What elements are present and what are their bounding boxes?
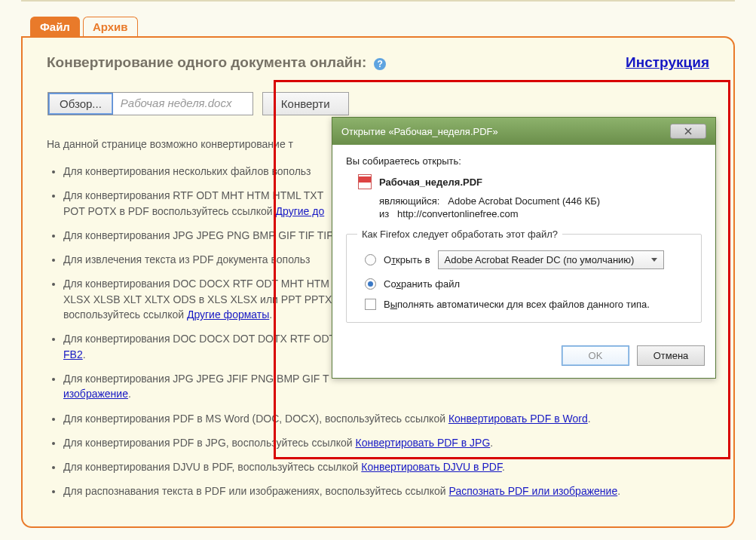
- option-open-row: Открыть в Adobe Acrobat Reader DC (по ум…: [357, 250, 690, 269]
- pdf-icon: [358, 174, 372, 189]
- open-with-select[interactable]: Adobe Acrobat Reader DC (по умолчанию): [438, 250, 664, 269]
- inline-link[interactable]: изображение: [63, 388, 128, 400]
- top-divider: [21, 0, 735, 2]
- inline-link[interactable]: Конвертировать PDF в Word: [448, 413, 588, 425]
- dialog-body: Вы собираетесь открыть: Рабочая_неделя.P…: [332, 145, 715, 341]
- inline-link[interactable]: Другие до: [276, 205, 325, 217]
- dialog-intro: Вы собираетесь открыть:: [346, 155, 702, 167]
- meta-type-label: являющийся:: [379, 195, 439, 207]
- list-item: Для конвертирования PDF в JPG, воспользу…: [63, 435, 709, 450]
- auto-label-rest: полнять автоматически для всех файлов да…: [397, 299, 650, 310]
- auto-label-prefix: В: [384, 299, 390, 310]
- panel-header: Конвертирование одного документа онлайн:…: [47, 54, 709, 71]
- browse-button[interactable]: Обзор...: [48, 93, 113, 115]
- list-item: Для конвертирования DJVU в PDF, воспольз…: [63, 459, 709, 474]
- convert-button[interactable]: Конверти: [262, 92, 349, 115]
- auto-checkbox[interactable]: [365, 299, 376, 310]
- instruction-link[interactable]: Инструкция: [626, 54, 709, 71]
- meta-type-value: Adobe Acrobat Document (446 КБ): [448, 195, 600, 207]
- auto-checkbox-row: Выполнять автоматически для всех файлов …: [357, 299, 690, 310]
- page-title: Конвертирование одного документа онлайн:: [47, 54, 366, 70]
- save-label-rest: ранить файл: [401, 278, 460, 290]
- download-dialog: Открытие «Рабочая_неделя.PDF» Вы собирае…: [332, 117, 716, 379]
- auto-checkbox-label: Выполнять автоматически для всех файлов …: [384, 299, 650, 310]
- meta-from: из http://convertonlinefree.com: [379, 208, 702, 219]
- dialog-buttons: OK Отмена: [332, 341, 715, 378]
- tab-file[interactable]: Файл: [30, 17, 80, 36]
- radio-open[interactable]: [365, 254, 376, 265]
- radio-save-label: Сохранить файл: [384, 278, 460, 290]
- list-item: Для конвертирования PDF в MS Word (DOC, …: [63, 411, 709, 426]
- open-with-value: Adobe Acrobat Reader DC (по умолчанию): [445, 254, 635, 265]
- inline-link[interactable]: Распознать PDF или изображение: [449, 485, 618, 497]
- dialog-title: Открытие «Рабочая_неделя.PDF»: [341, 126, 498, 137]
- handle-legend: Как Firefox следует обработать этот файл…: [357, 229, 562, 240]
- help-icon[interactable]: ?: [374, 58, 386, 70]
- file-name-display: Рабочая неделя.docx: [113, 93, 253, 115]
- upload-row: Обзор... Рабочая неделя.docx Конверти: [47, 92, 709, 115]
- close-icon: [684, 127, 693, 135]
- title-wrap: Конвертирование одного документа онлайн:…: [47, 54, 386, 71]
- dialog-meta: являющийся: Adobe Acrobat Document (446 …: [346, 195, 702, 219]
- cancel-button[interactable]: Отмена: [637, 345, 705, 366]
- meta-from-label: из: [379, 208, 389, 219]
- inline-link[interactable]: Конвертировать DJVU в PDF: [361, 461, 502, 473]
- tab-archive[interactable]: Архив: [83, 17, 138, 36]
- tab-bar: Файл Архив: [0, 6, 756, 36]
- radio-save[interactable]: [365, 278, 376, 290]
- list-item: Для распознавания текста в PDF или изобр…: [63, 483, 709, 499]
- open-label-rest: крыть в: [396, 254, 430, 265]
- chevron-down-icon: [651, 258, 657, 262]
- file-picker: Обзор... Рабочая неделя.docx: [47, 92, 253, 115]
- inline-link[interactable]: FB2: [63, 348, 83, 361]
- dialog-file-name: Рабочая_неделя.PDF: [379, 176, 482, 188]
- auto-label-u: ы: [390, 299, 397, 310]
- inline-link[interactable]: Конвертировать PDF в JPG: [356, 437, 491, 449]
- handle-fieldset: Как Firefox следует обработать этот файл…: [346, 229, 702, 323]
- inline-link[interactable]: Другие форматы: [187, 308, 269, 321]
- dialog-titlebar[interactable]: Открытие «Рабочая_неделя.PDF»: [332, 118, 715, 145]
- option-save-row: Сохранить файл: [357, 278, 690, 290]
- save-label-prefix: Со: [384, 278, 396, 290]
- meta-type: являющийся: Adobe Acrobat Document (446 …: [379, 195, 702, 207]
- close-button[interactable]: [670, 124, 706, 139]
- dialog-file-row: Рабочая_неделя.PDF: [346, 174, 702, 189]
- open-label-prefix: О: [384, 254, 391, 265]
- radio-open-label: Открыть в: [384, 254, 430, 265]
- ok-button[interactable]: OK: [562, 345, 629, 366]
- meta-from-value: http://convertonlinefree.com: [397, 208, 518, 219]
